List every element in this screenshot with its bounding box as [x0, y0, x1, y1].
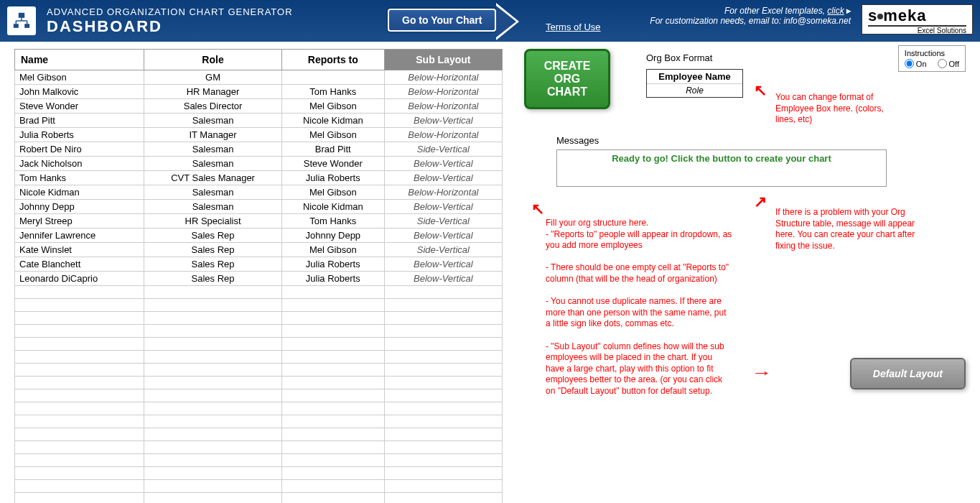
table-row-empty[interactable] — [15, 351, 503, 364]
table-row-empty[interactable] — [15, 389, 503, 402]
cell-name[interactable]: Johnny Depp — [15, 200, 144, 214]
cell-sub-layout[interactable]: Below-Vertical — [384, 157, 502, 171]
cell-reports-to[interactable]: Johnny Depp — [281, 229, 384, 243]
cell-role[interactable]: HR Manager — [144, 85, 282, 99]
table-row[interactable]: Leonardo DiCaprioSales RepJulia RobertsB… — [15, 272, 503, 286]
instructions-on-radio[interactable]: On — [905, 59, 927, 68]
cell-role[interactable]: Salesman — [144, 185, 282, 200]
table-row[interactable]: Johnny DeppSalesmanNicole KidmanBelow-Ve… — [15, 200, 503, 214]
cell-sub-layout[interactable]: Below-Horizontal — [384, 85, 502, 99]
table-row[interactable]: Kate WinsletSales RepMel GibsonSide-Vert… — [15, 243, 503, 257]
terms-link[interactable]: Terms of Use — [546, 22, 601, 32]
default-layout-button[interactable]: Default Layout — [850, 358, 966, 389]
cell-name[interactable]: Tom Hanks — [15, 171, 144, 185]
cell-name[interactable]: Jennifer Lawrence — [15, 229, 144, 243]
cell-name[interactable]: Steve Wonder — [15, 99, 144, 114]
table-row[interactable]: Nicole KidmanSalesmanMel GibsonBelow-Hor… — [15, 185, 503, 200]
cell-sub-layout[interactable]: Below-Vertical — [384, 171, 502, 185]
cell-sub-layout[interactable]: Below-Vertical — [384, 229, 502, 243]
cell-name[interactable]: Mel Gibson — [15, 70, 144, 85]
cell-sub-layout[interactable]: Below-Horizontal — [384, 70, 502, 85]
table-row[interactable]: Tom HanksCVT Sales ManagerJulia RobertsB… — [15, 171, 503, 185]
table-row[interactable]: Meryl StreepHR SpecialistTom HanksSide-V… — [15, 214, 503, 229]
table-row-empty[interactable] — [15, 338, 503, 351]
table-row-empty[interactable] — [15, 441, 503, 454]
table-row[interactable]: Robert De NiroSalesmanBrad PittSide-Vert… — [15, 142, 503, 157]
cell-reports-to[interactable]: Tom Hanks — [281, 214, 384, 229]
cell-role[interactable]: Sales Director — [144, 99, 282, 114]
cell-role[interactable]: GM — [144, 70, 282, 85]
cell-role[interactable]: Sales Rep — [144, 257, 282, 272]
table-row[interactable]: Jennifer LawrenceSales RepJohnny DeppBel… — [15, 229, 503, 243]
table-row[interactable]: Steve WonderSales DirectorMel GibsonBelo… — [15, 99, 503, 114]
cell-reports-to[interactable]: Mel Gibson — [281, 243, 384, 257]
table-row-empty[interactable] — [15, 377, 503, 389]
table-row-empty[interactable] — [15, 299, 503, 312]
cell-name[interactable]: Kate Winslet — [15, 243, 144, 257]
cell-reports-to[interactable]: Mel Gibson — [281, 99, 384, 114]
cell-role[interactable]: Sales Rep — [144, 243, 282, 257]
table-row-empty[interactable] — [15, 467, 503, 480]
table-row-empty[interactable] — [15, 286, 503, 299]
header-templates-link[interactable]: click — [827, 6, 844, 16]
table-row-empty[interactable] — [15, 415, 503, 428]
cell-sub-layout[interactable]: Side-Vertical — [384, 243, 502, 257]
create-org-chart-button[interactable]: CREATE ORG CHART — [524, 49, 610, 109]
cell-reports-to[interactable]: Mel Gibson — [281, 128, 384, 142]
cell-role[interactable]: Sales Rep — [144, 229, 282, 243]
cell-role[interactable]: Salesman — [144, 114, 282, 128]
table-row-empty[interactable] — [15, 480, 503, 493]
instructions-off-radio[interactable]: Off — [938, 59, 959, 68]
table-row-empty[interactable] — [15, 493, 503, 504]
cell-reports-to[interactable]: Julia Roberts — [281, 272, 384, 286]
cell-reports-to[interactable]: Julia Roberts — [281, 257, 384, 272]
table-row-empty[interactable] — [15, 428, 503, 441]
cell-name[interactable]: Robert De Niro — [15, 142, 144, 157]
cell-name[interactable]: Brad Pitt — [15, 114, 144, 128]
orgbox-format-sample[interactable]: Employee Name Role — [646, 69, 743, 98]
cell-sub-layout[interactable]: Below-Horizontal — [384, 185, 502, 200]
cell-sub-layout[interactable]: Below-Vertical — [384, 272, 502, 286]
cell-role[interactable]: IT Manager — [144, 128, 282, 142]
org-structure-table[interactable]: Name Role Reports to Sub Layout Mel Gibs… — [14, 49, 503, 503]
cell-reports-to[interactable]: Julia Roberts — [281, 171, 384, 185]
cell-name[interactable]: John Malkovic — [15, 85, 144, 99]
table-row-empty[interactable] — [15, 325, 503, 338]
table-row-empty[interactable] — [15, 454, 503, 467]
cell-name[interactable]: Cate Blanchett — [15, 257, 144, 272]
goto-chart-button[interactable]: Go to Your Chart — [388, 9, 496, 32]
cell-name[interactable]: Meryl Streep — [15, 214, 144, 229]
cell-reports-to[interactable]: Steve Wonder — [281, 157, 384, 171]
cell-role[interactable]: CVT Sales Manager — [144, 171, 282, 185]
table-row[interactable]: Cate BlanchettSales RepJulia RobertsBelo… — [15, 257, 503, 272]
cell-role[interactable]: Sales Rep — [144, 272, 282, 286]
table-row-empty[interactable] — [15, 364, 503, 377]
cell-role[interactable]: HR Specialist — [144, 214, 282, 229]
cell-sub-layout[interactable]: Below-Vertical — [384, 257, 502, 272]
cell-reports-to[interactable]: Brad Pitt — [281, 142, 384, 157]
cell-reports-to[interactable]: Mel Gibson — [281, 185, 384, 200]
cell-sub-layout[interactable]: Below-Horizontal — [384, 99, 502, 114]
cell-reports-to[interactable]: Nicole Kidman — [281, 200, 384, 214]
table-row[interactable]: Julia RobertsIT ManagerMel GibsonBelow-H… — [15, 128, 503, 142]
cell-role[interactable]: Salesman — [144, 142, 282, 157]
cell-reports-to[interactable]: Tom Hanks — [281, 85, 384, 99]
cell-name[interactable]: Julia Roberts — [15, 128, 144, 142]
table-row-empty[interactable] — [15, 402, 503, 415]
table-row[interactable]: Jack NicholsonSalesmanSteve WonderBelow-… — [15, 157, 503, 171]
cell-sub-layout[interactable]: Below-Vertical — [384, 200, 502, 214]
table-row[interactable]: Brad PittSalesmanNicole KidmanBelow-Vert… — [15, 114, 503, 128]
cell-sub-layout[interactable]: Below-Horizontal — [384, 128, 502, 142]
table-row[interactable]: John MalkovicHR ManagerTom HanksBelow-Ho… — [15, 85, 503, 99]
cell-name[interactable]: Nicole Kidman — [15, 185, 144, 200]
cell-sub-layout[interactable]: Below-Vertical — [384, 114, 502, 128]
table-row-empty[interactable] — [15, 312, 503, 325]
cell-reports-to[interactable]: Nicole Kidman — [281, 114, 384, 128]
cell-sub-layout[interactable]: Side-Vertical — [384, 142, 502, 157]
table-row[interactable]: Mel GibsonGMBelow-Horizontal — [15, 70, 503, 85]
cell-reports-to[interactable] — [281, 70, 384, 85]
cell-name[interactable]: Jack Nicholson — [15, 157, 144, 171]
cell-role[interactable]: Salesman — [144, 200, 282, 214]
cell-role[interactable]: Salesman — [144, 157, 282, 171]
cell-sub-layout[interactable]: Side-Vertical — [384, 214, 502, 229]
